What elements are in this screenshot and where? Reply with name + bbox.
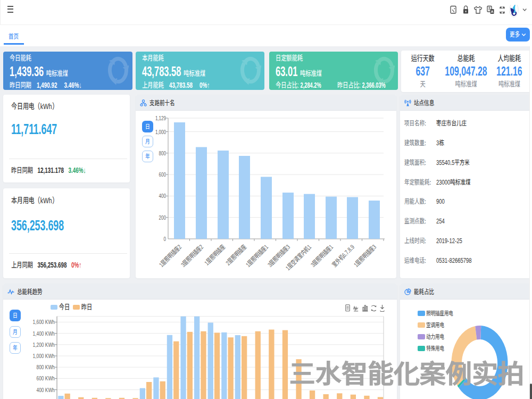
svg-text:1层照明插座2: 1层照明插座2 (157, 243, 184, 269)
svg-text:室外机6.7.8.9: 室外机6.7.8.9 (330, 243, 356, 268)
svg-text:200: 200 (159, 214, 167, 221)
svg-text:3层照明插座1: 3层照明插座1 (309, 243, 335, 269)
svg-text:800 KWh: 800 KWh (36, 364, 55, 370)
svg-text:600: 600 (159, 171, 167, 178)
svg-text:3层照明插座2: 3层照明插座2 (179, 243, 205, 269)
svg-text:1,000: 1,000 (155, 129, 167, 135)
svg-text:1,200 KWh: 1,200 KWh (32, 342, 55, 348)
svg-text:800: 800 (159, 150, 167, 156)
svg-text:1,129: 1,129 (155, 115, 167, 121)
svg-text:1层照明插座1: 1层照明插座1 (244, 243, 270, 269)
svg-text:400 KWh: 400 KWh (36, 387, 55, 393)
svg-text:1,000 KWh: 1,000 KWh (32, 353, 55, 359)
svg-text:1层照明插座: 1层照明插座 (203, 243, 227, 267)
svg-text:1,400 KWh: 1,400 KWh (32, 330, 55, 337)
svg-text:400: 400 (159, 193, 167, 199)
svg-text:0: 0 (164, 236, 167, 242)
svg-text:600 KWh: 600 KWh (36, 375, 55, 381)
svg-text:1层照明插座3: 1层照明插座3 (352, 243, 378, 269)
svg-text:1,600 KWh: 1,600 KWh (32, 319, 55, 325)
